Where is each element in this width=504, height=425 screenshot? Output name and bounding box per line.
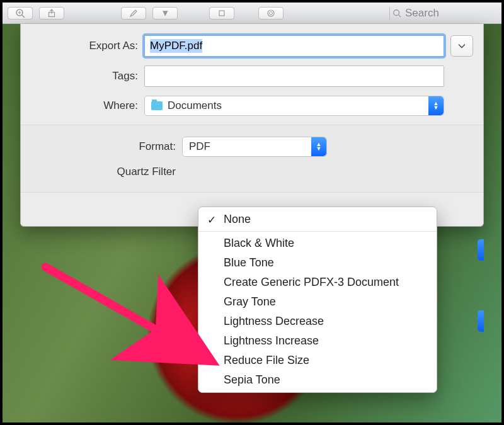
app-toolbar: Search [3, 3, 501, 24]
markup-toolbar-icon[interactable] [258, 7, 284, 20]
export-as-value: MyPDF.pdf [150, 39, 202, 53]
updown-icon: ▲▼ [428, 96, 444, 115]
tags-field[interactable] [144, 65, 444, 87]
share-icon[interactable] [39, 7, 64, 20]
format-value: PDF [189, 140, 210, 153]
search-icon [392, 9, 401, 18]
svg-point-7 [394, 9, 399, 15]
zoom-icon[interactable] [8, 7, 33, 20]
quartz-popup-edge[interactable] [478, 239, 484, 261]
format-popup[interactable]: PDF ▲▼ [182, 137, 327, 157]
menu-item-black-white[interactable]: Black & White [198, 234, 437, 253]
tags-label: Tags: [31, 70, 138, 82]
menu-item-gray-tone[interactable]: Gray Tone [198, 292, 437, 312]
where-value: Documents [168, 99, 222, 112]
svg-line-8 [399, 14, 401, 17]
checkmark-icon: ✓ [207, 213, 216, 227]
highlight-icon[interactable] [121, 7, 146, 20]
quartz-filter-menu[interactable]: ✓ None Black & White Blue Tone Create Ge… [198, 207, 437, 393]
export-dialog: Export As: MyPDF.pdf Tags: Where: Docume… [20, 24, 484, 227]
menu-item-reduce-file-size[interactable]: Reduce File Size [198, 351, 437, 370]
menu-item-lightness-decrease[interactable]: Lightness Decrease [198, 312, 437, 331]
updown-icon: ▲▼ [311, 137, 326, 156]
where-popup[interactable]: Documents ▲▼ [144, 96, 444, 116]
folder-icon [151, 101, 163, 110]
menu-item-sepia-tone[interactable]: Sepia Tone [198, 370, 437, 390]
menu-item-none[interactable]: ✓ None [198, 210, 437, 229]
menu-item-lightness-increase[interactable]: Lightness Increase [198, 331, 437, 351]
expand-save-dialog-button[interactable] [450, 35, 473, 57]
menu-separator [198, 231, 437, 232]
format-label: Format: [31, 140, 176, 153]
export-as-label: Export As: [31, 40, 138, 52]
where-label: Where: [31, 99, 138, 112]
quartz-filter-label: Quartz Filter [31, 166, 176, 178]
toolbar-search[interactable]: Search [389, 7, 496, 20]
menu-item-blue-tone[interactable]: Blue Tone [198, 253, 437, 273]
rotate-icon[interactable] [209, 7, 234, 20]
export-as-field[interactable]: MyPDF.pdf [144, 35, 444, 57]
markup-dropdown-icon[interactable] [152, 7, 178, 20]
svg-line-1 [22, 15, 25, 18]
svg-rect-5 [219, 11, 224, 16]
chevron-down-icon [458, 43, 466, 48]
search-placeholder: Search [405, 7, 439, 20]
save-button-edge[interactable] [478, 310, 484, 332]
menu-item-pdfx3[interactable]: Create Generic PDFX-3 Document [198, 273, 437, 292]
